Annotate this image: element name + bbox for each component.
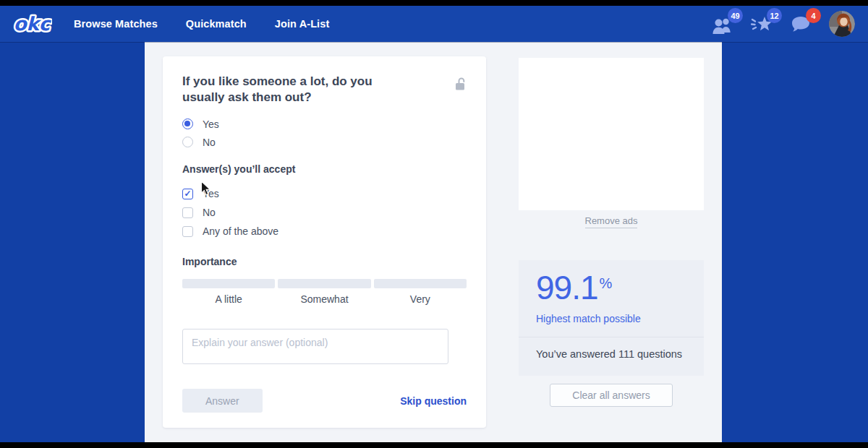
accept-row-yes: Yes <box>182 184 467 203</box>
messages-badge: 4 <box>806 8 821 23</box>
radio-yes-label[interactable]: Yes <box>203 119 219 130</box>
messages-button[interactable]: 4 <box>790 12 814 36</box>
importance-label-somewhat: Somewhat <box>278 293 370 305</box>
radio-no-label[interactable]: No <box>203 137 216 148</box>
checkbox-no[interactable] <box>182 207 193 218</box>
okcupid-logo[interactable]: okc <box>12 9 52 38</box>
quickmatch-badge: 12 <box>767 8 782 23</box>
importance-bar-somewhat[interactable] <box>278 279 370 288</box>
importance-bar-very[interactable] <box>374 279 467 288</box>
question-card: If you like someone a lot, do you usuall… <box>163 56 486 428</box>
self-answer-group: Yes No <box>182 115 467 151</box>
likes-badge: 49 <box>728 8 743 23</box>
remove-ads-label: Remove ads <box>585 215 638 228</box>
panel-divider <box>519 337 704 337</box>
match-percent-value: 99.1 <box>536 269 598 306</box>
importance-label: Importance <box>182 256 467 267</box>
importance-label-a-little: A little <box>182 293 275 305</box>
explain-answer-input[interactable] <box>182 329 448 364</box>
accept-section-label: Answer(s) you’ll accept <box>182 163 467 175</box>
importance-labels: A little Somewhat Very <box>182 293 467 305</box>
remove-ads-link[interactable]: Remove ads <box>519 215 704 226</box>
answer-button[interactable]: Answer <box>182 389 263 413</box>
nav-links: Browse Matches Quickmatch Join A-List <box>74 18 329 30</box>
match-caption: Highest match possible <box>536 313 686 324</box>
checkbox-yes[interactable] <box>182 189 193 199</box>
self-answer-row-yes: Yes <box>182 115 467 133</box>
top-navbar: okc Browse Matches Quickmatch Join A-Lis… <box>0 6 868 42</box>
logo-text: okc <box>14 13 52 35</box>
quickmatch-button[interactable]: 12 <box>751 12 775 36</box>
question-text: If you like someone a lot, do you usuall… <box>182 74 408 105</box>
checkbox-any-label[interactable]: Any of the above <box>203 225 278 237</box>
percent-sign: % <box>600 275 613 292</box>
checkbox-any-of-above[interactable] <box>182 226 193 237</box>
nav-item-join-a-list[interactable]: Join A-List <box>275 18 329 30</box>
importance-selector <box>182 279 467 288</box>
match-stats-panel: 99.1 % Highest match possible You’ve ans… <box>519 260 704 376</box>
public-unlocked-icon[interactable] <box>454 77 467 92</box>
profile-avatar[interactable] <box>829 11 855 37</box>
importance-bar-a-little[interactable] <box>182 279 275 288</box>
likes-button[interactable]: 49 <box>712 12 736 36</box>
card-footer: Answer Skip question <box>182 389 467 413</box>
answered-questions-text: You’ve answered 111 questions <box>536 348 686 360</box>
radio-yes[interactable] <box>182 119 193 129</box>
accept-row-any: Any of the above <box>182 222 467 241</box>
accept-row-no: No <box>182 203 467 222</box>
letterbox-top <box>0 0 868 6</box>
importance-label-very: Very <box>374 293 467 305</box>
ad-placeholder <box>519 58 704 210</box>
skip-question-link[interactable]: Skip question <box>400 395 467 407</box>
radio-no[interactable] <box>182 137 193 147</box>
letterbox-bottom <box>0 442 868 448</box>
main-content: If you like someone a lot, do you usuall… <box>145 42 722 442</box>
accept-options-group: Yes No Any of the above <box>182 184 467 241</box>
nav-item-browse-matches[interactable]: Browse Matches <box>74 18 158 30</box>
checkbox-no-label[interactable]: No <box>203 207 216 218</box>
self-answer-row-no: No <box>182 133 467 151</box>
nav-notifications: 49 12 4 <box>712 6 855 42</box>
clear-all-answers-button[interactable]: Clear all answers <box>550 384 673 407</box>
nav-item-quickmatch[interactable]: Quickmatch <box>186 18 247 30</box>
checkbox-yes-label[interactable]: Yes <box>203 188 219 199</box>
match-percent: 99.1 % <box>536 269 686 306</box>
